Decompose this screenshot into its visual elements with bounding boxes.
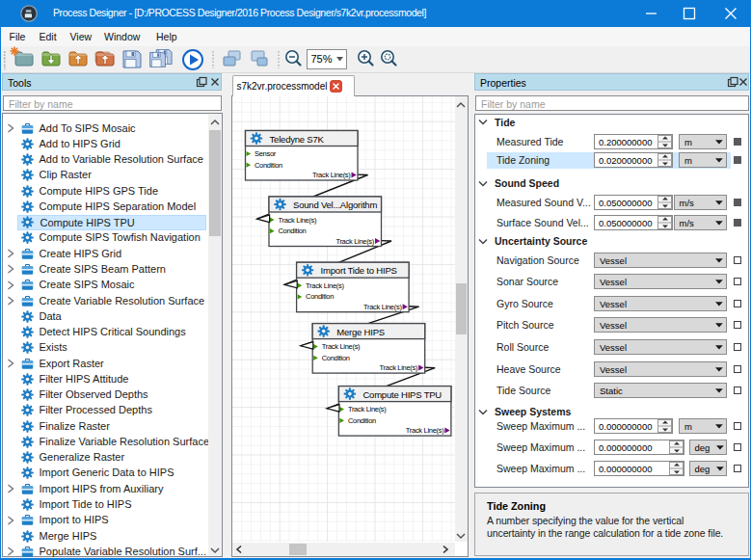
svg-text:Sensor: Sensor: [255, 149, 277, 158]
svg-text:Condition: Condition: [322, 354, 350, 362]
svg-text:Track Line(s): Track Line(s): [312, 171, 351, 179]
svg-text:Track Line(s): Track Line(s): [306, 281, 344, 290]
svg-text:Import Tide to HIPS: Import Tide to HIPS: [321, 265, 397, 276]
svg-text:Track Line(s): Track Line(s): [380, 363, 418, 372]
svg-text:Compute HIPS TPU: Compute HIPS TPU: [362, 389, 442, 400]
svg-text:Track Line(s): Track Line(s): [348, 405, 387, 413]
svg-text:Track Line(s): Track Line(s): [335, 237, 374, 246]
svg-text:Condition: Condition: [255, 161, 282, 170]
svg-text:Track Line(s): Track Line(s): [322, 342, 361, 351]
svg-text:Track Line(s): Track Line(s): [279, 216, 317, 225]
svg-text:Teledyne S7K: Teledyne S7K: [270, 134, 325, 145]
svg-text:75%: 75%: [311, 53, 333, 65]
svg-text:Sound Vel...Algorithm: Sound Vel...Algorithm: [293, 200, 377, 210]
svg-text:Condition: Condition: [306, 293, 334, 302]
svg-text:Condition: Condition: [348, 416, 376, 425]
svg-text:Merge HIPS: Merge HIPS: [336, 327, 385, 337]
svg-text:Track Line(s): Track Line(s): [406, 426, 444, 435]
svg-text:Condition: Condition: [279, 227, 307, 235]
svg-text:Track Line(s): Track Line(s): [363, 303, 402, 311]
